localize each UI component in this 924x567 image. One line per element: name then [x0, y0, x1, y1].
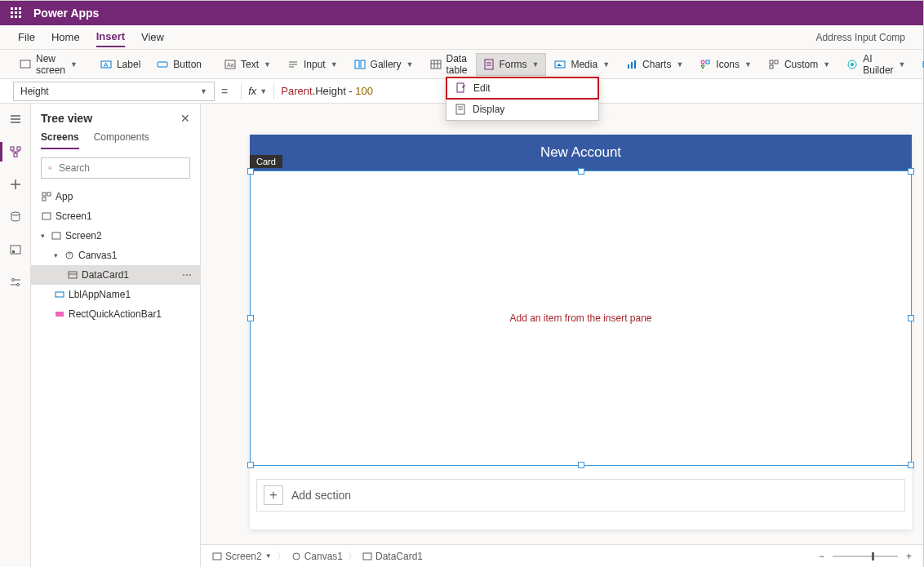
breadcrumb-canvas1[interactable]: Canvas1 [291, 551, 343, 562]
forms-display-item[interactable]: Display [446, 99, 598, 120]
chevron-down-icon: ▼ [406, 60, 414, 69]
ribbon-forms[interactable]: Forms ▼ [476, 53, 547, 76]
ribbon-icons[interactable]: Icons ▼ [691, 55, 760, 74]
svg-text:?: ? [68, 252, 71, 258]
waffle-icon[interactable] [11, 7, 22, 19]
fx-button[interactable]: fx▼ [248, 85, 267, 97]
more-icon[interactable]: ⋯ [182, 269, 192, 281]
rail-data-icon[interactable] [8, 210, 23, 224]
ribbon-custom-label: Custom [784, 59, 818, 70]
edit-form-icon [455, 82, 467, 94]
ribbon-charts-label: Charts [642, 59, 671, 70]
chevron-down-icon: ▼ [70, 60, 78, 69]
rail-hamburger-icon[interactable] [8, 112, 23, 126]
svg-rect-27 [775, 60, 778, 64]
resize-handle[interactable] [247, 315, 254, 321]
ribbon-custom[interactable]: Custom ▼ [760, 55, 838, 74]
equals-sign: = [221, 85, 228, 98]
menu-home[interactable]: Home [51, 28, 80, 47]
tree-item-rectquick[interactable]: RectQuickActionBar1 [31, 304, 200, 324]
ribbon-media-label: Media [571, 59, 597, 70]
add-section-button[interactable]: + Add section [256, 479, 905, 512]
breadcrumb-separator: 〉 [277, 549, 287, 563]
ribbon-gallery-label: Gallery [371, 59, 402, 70]
ribbon-mixed-reality[interactable]: Mixed Reality ▼ [913, 55, 924, 74]
svg-point-23 [701, 60, 704, 64]
search-field[interactable] [57, 162, 183, 175]
plus-icon: + [264, 485, 283, 505]
menu-file[interactable]: File [18, 28, 35, 47]
chevron-down-icon: ▼ [200, 87, 207, 95]
zoom-slider[interactable] [833, 556, 898, 557]
tree-tab-components[interactable]: Components [94, 131, 149, 149]
menu-right-text: Address Input Comp [816, 32, 905, 43]
selected-datacard[interactable]: Card Add an item from the insert pane [250, 171, 912, 466]
tree-search-input[interactable] [41, 157, 190, 179]
tree-item-app[interactable]: App [31, 187, 200, 206]
property-dropdown[interactable]: Height ▼ [13, 82, 215, 101]
resize-handle[interactable] [908, 168, 914, 175]
ribbon-charts[interactable]: Charts ▼ [618, 55, 691, 74]
ribbon-media[interactable]: Media ▼ [546, 55, 618, 74]
app-header: Power Apps [0, 1, 923, 25]
svg-rect-11 [431, 60, 441, 69]
tree-item-screen2[interactable]: ▾ Screen2 [31, 226, 200, 246]
ribbon-data-table[interactable]: Data table [422, 55, 476, 74]
resize-handle[interactable] [247, 168, 254, 175]
rail-media-icon[interactable] [8, 242, 23, 257]
breadcrumb-datacard1[interactable]: DataCard1 [362, 551, 423, 562]
ribbon-text-label: Text [241, 59, 259, 70]
formula-input[interactable]: Parent.Height - 100 [281, 85, 373, 97]
zoom-in-button[interactable]: + [906, 551, 912, 562]
screen-icon [20, 59, 31, 70]
zoom-out-button[interactable]: − [819, 551, 824, 562]
icons-icon [700, 59, 711, 70]
canvas-title-bar: New Account [250, 135, 912, 171]
forms-edit-item[interactable]: Edit [446, 77, 599, 100]
ribbon-button[interactable]: Button [149, 55, 210, 74]
rail-settings-icon[interactable] [8, 275, 23, 290]
resize-handle[interactable] [908, 315, 914, 321]
chevron-down-icon[interactable]: ▾ [51, 251, 60, 259]
ribbon-data-table-label: Data table [446, 53, 468, 76]
tree-item-datacard1[interactable]: DataCard1 ⋯ [31, 265, 200, 285]
tree-item-canvas1[interactable]: ▾ ? Canvas1 [31, 246, 200, 265]
svg-rect-15 [485, 60, 493, 69]
svg-rect-26 [770, 60, 773, 64]
svg-rect-36 [17, 147, 20, 150]
svg-rect-56 [42, 213, 51, 219]
tree-tab-screens[interactable]: Screens [41, 131, 79, 149]
chevron-down-icon: ▼ [676, 60, 683, 69]
rect-icon [54, 309, 65, 319]
resize-handle[interactable] [578, 168, 584, 175]
rail-tree-view-icon[interactable] [8, 144, 23, 159]
ribbon-label[interactable]: A Label [92, 55, 149, 74]
canvas-area: New Account Card Add an item from the in… [201, 104, 923, 567]
resize-handle[interactable] [578, 462, 584, 468]
ribbon-gallery[interactable]: Gallery ▼ [346, 55, 422, 74]
rail-insert-icon[interactable] [8, 177, 23, 192]
app-title: Power Apps [33, 7, 99, 20]
gallery-icon [354, 59, 366, 70]
ribbon-new-screen[interactable]: New screen ▼ [11, 55, 86, 74]
canvas-icon [291, 551, 301, 561]
canvas[interactable]: New Account Card Add an item from the in… [250, 135, 912, 529]
resize-handle[interactable] [908, 462, 914, 468]
menu-view[interactable]: View [141, 28, 164, 47]
svg-rect-46 [12, 250, 15, 253]
menu-insert[interactable]: Insert [96, 27, 125, 47]
resize-handle[interactable] [247, 462, 254, 468]
ribbon-input[interactable]: Input ▼ [279, 55, 346, 74]
tree-item-screen1[interactable]: Screen1 [31, 206, 200, 226]
tree-item-lblappname1[interactable]: LblAppName1 [31, 285, 200, 304]
chevron-down-icon[interactable]: ▾ [38, 232, 47, 240]
chevron-down-icon: ▼ [602, 60, 610, 69]
custom-icon [768, 59, 780, 70]
ribbon-text[interactable]: Aa Text ▼ [216, 55, 279, 74]
svg-point-47 [11, 279, 14, 281]
breadcrumb: Screen2 ▼ 〉 Canvas1 〉 DataCard1 [212, 549, 423, 563]
close-icon[interactable]: ✕ [180, 112, 190, 125]
ribbon-ai-builder[interactable]: AI Builder ▼ [838, 55, 913, 74]
breadcrumb-screen2[interactable]: Screen2 ▼ [212, 551, 272, 562]
text-icon: Aa [224, 59, 236, 70]
